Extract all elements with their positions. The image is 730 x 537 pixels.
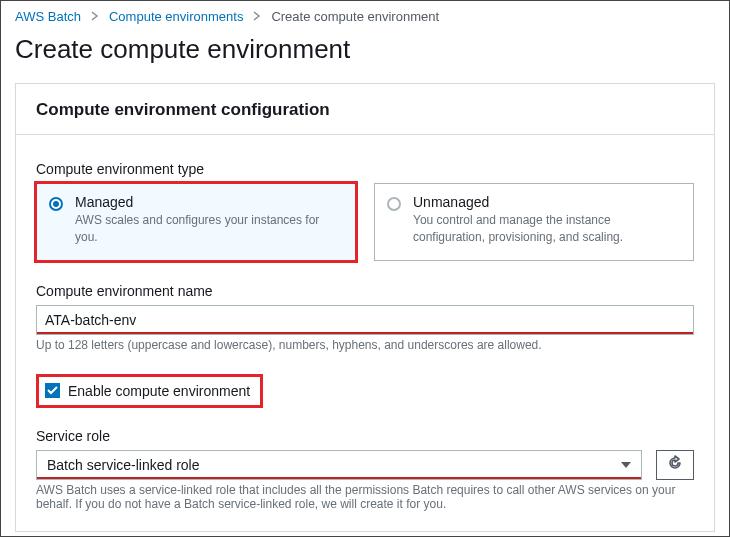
env-name-input[interactable]	[36, 305, 694, 335]
option-managed-desc: AWS scales and configures your instances…	[75, 212, 341, 246]
env-name-help: Up to 128 letters (uppercase and lowerca…	[36, 338, 694, 352]
breadcrumb-compute-environments[interactable]: Compute environments	[109, 9, 243, 24]
breadcrumb-root[interactable]: AWS Batch	[15, 9, 81, 24]
option-unmanaged[interactable]: Unmanaged You control and manage the ins…	[374, 183, 694, 261]
enable-compute-label: Enable compute environment	[68, 383, 250, 399]
env-type-label: Compute environment type	[36, 161, 694, 177]
breadcrumb-current: Create compute environment	[271, 9, 439, 24]
enable-compute-checkbox[interactable]: Enable compute environment	[36, 374, 263, 408]
refresh-button[interactable]	[656, 450, 694, 480]
breadcrumb: AWS Batch Compute environments Create co…	[1, 1, 729, 28]
option-unmanaged-title: Unmanaged	[413, 194, 679, 210]
env-name-label: Compute environment name	[36, 283, 694, 299]
panel-heading: Compute environment configuration	[16, 84, 714, 135]
page-title: Create compute environment	[1, 28, 729, 83]
chevron-right-icon	[91, 9, 99, 24]
service-role-select[interactable]: Batch service-linked role	[36, 450, 642, 480]
service-role-selected: Batch service-linked role	[47, 457, 200, 473]
option-managed[interactable]: Managed AWS scales and configures your i…	[36, 183, 356, 261]
option-managed-title: Managed	[75, 194, 341, 210]
chevron-right-icon	[253, 9, 261, 24]
caret-down-icon	[621, 462, 631, 468]
config-panel: Compute environment configuration Comput…	[15, 83, 715, 532]
radio-unselected-icon	[387, 197, 401, 211]
checkbox-checked-icon	[45, 383, 60, 398]
service-role-help: AWS Batch uses a service-linked role tha…	[36, 483, 694, 511]
refresh-icon	[667, 455, 683, 474]
radio-selected-icon	[49, 197, 63, 211]
option-unmanaged-desc: You control and manage the instance conf…	[413, 212, 679, 246]
service-role-label: Service role	[36, 428, 694, 444]
